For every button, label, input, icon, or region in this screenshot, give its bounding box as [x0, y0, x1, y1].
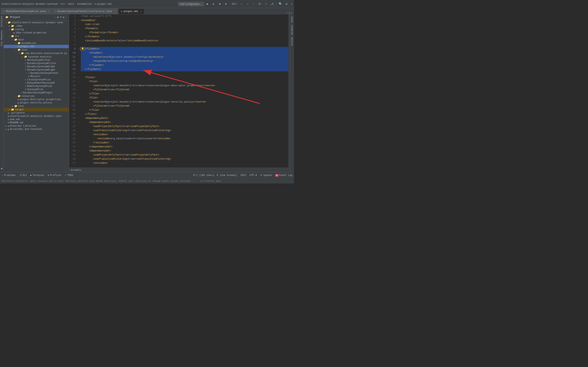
- scrollbar-v[interactable]: [288, 14, 290, 167]
- run-icon[interactable]: ▶: [205, 2, 210, 7]
- code-line-27: <dependencySet>: [81, 120, 288, 124]
- structure-tab[interactable]: Structure: [0, 14, 3, 29]
- tree-plugin-security[interactable]: ⊞ plugin-security.policy: [4, 101, 69, 104]
- fold-27[interactable]: ▾: [78, 120, 80, 124]
- fold-10[interactable]: ▾: [78, 51, 80, 55]
- favorites-tab[interactable]: ★: [0, 164, 3, 172]
- git-check2[interactable]: ✓: [245, 2, 250, 7]
- coverage-icon[interactable]: ⊛: [217, 2, 222, 7]
- tab-mysql[interactable]: J MySqlRemoteSynonymFile.java ×: [1, 8, 52, 14]
- tree-test[interactable]: ▶ 📁 test: [4, 104, 69, 108]
- tree-readme[interactable]: M README.md: [4, 121, 69, 124]
- event-log-btn[interactable]: 1 Event Log: [276, 174, 292, 177]
- tree-synonym-file[interactable]: ● SynonymFile: [4, 88, 69, 91]
- problems-btn[interactable]: ⚠ Problems: [2, 174, 16, 177]
- error-badge: 1: [276, 174, 278, 176]
- chevron-down-icon[interactable]: ▾: [54, 16, 56, 18]
- tree-monitor[interactable]: ● Monitor: [4, 75, 69, 78]
- sciview-tab[interactable]: SciView: [291, 36, 294, 47]
- code-area[interactable]: <?xml version="1.0"?> <assembly> <id>-</…: [80, 14, 288, 167]
- fold-16[interactable]: ▾: [78, 75, 80, 80]
- tree-resources[interactable]: ▾ 📁 resources: [4, 94, 69, 98]
- tree-dyn-token[interactable]: ▾ C DynamicSynonymToken: [4, 72, 69, 75]
- debug-icon[interactable]: ▶: [211, 2, 216, 7]
- run-config-btn[interactable]: Add Configuration...: [178, 2, 204, 6]
- fold-17[interactable]: ▾: [78, 80, 80, 83]
- profiler-icon[interactable]: ⊕: [224, 2, 228, 7]
- tree-dyn-filter[interactable]: C DynamicSynonymFilter: [4, 62, 69, 65]
- maven-tab[interactable]: Maven: [291, 15, 294, 24]
- tab-close-3[interactable]: ×: [140, 10, 142, 13]
- tree-plugin-descriptor[interactable]: ⊞ plugin-descriptor.properties: [4, 98, 69, 101]
- fold-2[interactable]: ▾: [78, 18, 80, 22]
- tree-main[interactable]: ▾ 📁 main: [4, 38, 69, 42]
- sidebar-minus-icon[interactable]: –: [66, 16, 67, 19]
- tree-config[interactable]: ▾ 📁 config: [4, 28, 69, 31]
- tab-plugin-xml[interactable]: ⊞ plugin.xml ×: [118, 8, 144, 14]
- tab-close-2[interactable]: ×: [114, 10, 115, 13]
- remote-label: RemoteSynonymFile: [27, 85, 52, 88]
- git-status-btn[interactable]: ⎇ Git: [19, 174, 27, 177]
- encoding2-label[interactable]: UTF-8: [250, 174, 257, 177]
- collapse-all-icon[interactable]: ≡: [60, 16, 62, 19]
- fold-9[interactable]: ▾: [78, 47, 80, 51]
- tree-dyn-graph1[interactable]: C DynamicSynonymGraph: [4, 65, 69, 68]
- ext-libs-icon: ⊞: [8, 125, 9, 127]
- profiler-btn[interactable]: ⊕ Profiler: [48, 174, 62, 177]
- pull-requests-tab[interactable]: Pull Requests: [0, 29, 3, 48]
- terminal-btn[interactable]: ▶ Terminal: [30, 174, 44, 177]
- todo-btn[interactable]: ✓ TODO: [65, 174, 73, 177]
- tree-scratches[interactable]: ▶ ⊞ Scratches and Consoles: [4, 128, 69, 131]
- tree-pom[interactable]: ⊞ pom.xml: [4, 118, 69, 121]
- dyn-token-icon: C: [28, 72, 30, 75]
- breadcrumb-part-5[interactable]: plugin.xml: [97, 3, 112, 6]
- tree-assemblies[interactable]: ▾ 📁 assemblies: [4, 42, 69, 45]
- tree-mysql[interactable]: C MySqlRemoteSynonymF: [4, 81, 69, 85]
- git-revert[interactable]: ↶: [263, 2, 268, 7]
- breadcrumb-part-1[interactable]: elasticsearch-analysis-dynamic-synonym: [2, 3, 58, 6]
- fold-26[interactable]: ▾: [78, 116, 80, 120]
- tab-close-1[interactable]: ×: [48, 10, 49, 13]
- tree-plugin-xml[interactable]: ⊞ plugin.xml: [4, 45, 69, 48]
- tree-ext-libs[interactable]: ▶ ⊞ External Libraries: [4, 124, 69, 128]
- app-container: elasticsearch-analysis-dynamic-synonym >…: [0, 0, 294, 184]
- tree-com[interactable]: ▾ 📁 com.bellszhu.elasticsearch.pi: [4, 52, 69, 55]
- git-check1[interactable]: ✓: [239, 2, 244, 7]
- breadcrumb-part-3[interactable]: main: [68, 3, 74, 6]
- tree-elastic-syno[interactable]: ⊞ elasticsearch-analysis-dynamic-syno: [4, 115, 69, 118]
- main-folder-icon: 📁: [14, 38, 17, 41]
- spaces-label[interactable]: 4 spaces: [260, 174, 272, 177]
- search-everywhere[interactable]: 🔍: [278, 2, 283, 7]
- tree-target[interactable]: ▶ 📁 target: [4, 108, 69, 111]
- code-line-18: <source>${project.basedir}/src/main/reso…: [81, 83, 288, 88]
- tree-gitignore[interactable]: ⊞ .gitignore: [4, 111, 69, 115]
- tree-jdbc[interactable]: ⊞ jdbc-reload.properies: [4, 31, 69, 34]
- breadcrumb-part-2[interactable]: src: [61, 3, 65, 6]
- encoding-label[interactable]: CRLF: [241, 174, 246, 177]
- status-bar: ⚠ Problems ⎇ Git ▶ Terminal ⊕ Profiler ✓…: [0, 172, 294, 178]
- breadcrumb-part-4[interactable]: assemblies: [77, 3, 92, 6]
- settings-btn[interactable]: ⚙: [284, 2, 289, 7]
- breadcrumb: elasticsearch-analysis-dynamic-synonym >…: [2, 3, 177, 6]
- tree-synonym-analysis[interactable]: ▾ 📁 synonym.analysis: [4, 55, 69, 58]
- expand-all-icon[interactable]: ⊞: [57, 16, 59, 19]
- git-branches[interactable]: ⎇: [269, 2, 274, 7]
- tree-src[interactable]: ▾ 📁 src: [4, 34, 69, 38]
- git-history[interactable]: ⟳: [257, 2, 262, 7]
- fold-34[interactable]: ▾: [78, 149, 80, 153]
- sidebar-settings-icon[interactable]: ⚙: [63, 16, 64, 19]
- tree-local[interactable]: C LocalSynonymFile: [4, 78, 69, 81]
- expand-icon[interactable]: ▾: [291, 11, 292, 14]
- tree-java[interactable]: ▾ 📁 java: [4, 48, 69, 52]
- tree-root[interactable]: ▾ 📁 elasticsearch-analysis-dynamic-syno: [4, 21, 69, 24]
- tree-dyn-graph2[interactable]: C DynamicSynonymGraph: [4, 68, 69, 72]
- database-tab[interactable]: Database: [291, 24, 294, 36]
- tree-abs[interactable]: C AbsSynonymFilter: [4, 58, 69, 62]
- fold-4[interactable]: ▾: [78, 26, 80, 31]
- tree-dyn-plugin[interactable]: C DynamicSynonymPlugin: [4, 91, 69, 94]
- tab-dynamic[interactable]: J DynamicSynonymTokenFilterFactory.java …: [52, 8, 118, 14]
- tree-idea[interactable]: ▶ 📁 .idea: [4, 24, 69, 28]
- tree-remote[interactable]: C RemoteSynonymFile: [4, 85, 69, 88]
- git-push[interactable]: ↑: [251, 2, 256, 7]
- fold-21[interactable]: ▾: [78, 96, 80, 100]
